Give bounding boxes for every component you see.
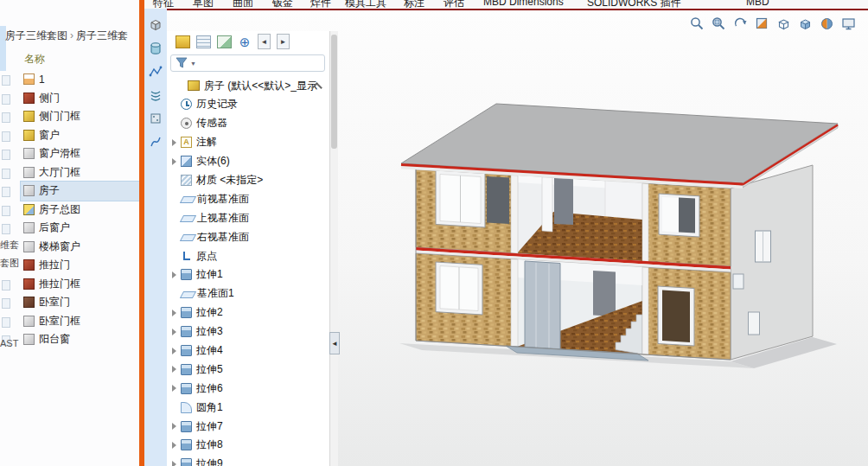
extrude-icon bbox=[181, 421, 192, 432]
file-name: 楼梯窗户 bbox=[39, 239, 80, 254]
list-item[interactable]: 大厅门框 bbox=[0, 163, 139, 182]
list-item[interactable]: 楼梯窗户 bbox=[0, 238, 139, 257]
orientation-cube-icon[interactable] bbox=[148, 17, 163, 33]
featuremanager-tab-icon[interactable] bbox=[176, 35, 190, 48]
list-item[interactable]: 卧室门框 bbox=[0, 312, 139, 331]
tab-mold-tools[interactable]: 模具工具 bbox=[345, 0, 386, 10]
overlay-icon bbox=[2, 150, 10, 160]
expand-arrow-icon[interactable] bbox=[172, 423, 176, 430]
tab-sketch[interactable]: 草图 bbox=[193, 0, 214, 10]
expand-arrow-icon[interactable] bbox=[172, 158, 176, 165]
tree-node[interactable]: 拉伸1 bbox=[167, 265, 329, 284]
expand-arrow-icon[interactable] bbox=[172, 348, 176, 354]
tree-node[interactable]: 上视基准面 bbox=[167, 208, 329, 227]
part-door-icon bbox=[23, 93, 35, 104]
file-name: 侧门 bbox=[39, 91, 60, 105]
name-column-header[interactable]: 名称 bbox=[24, 52, 45, 67]
tree-node[interactable]: 拉伸7 bbox=[167, 417, 329, 436]
tree-node-label: 前视基准面 bbox=[197, 192, 249, 207]
tree-node[interactable]: 前视基准面 bbox=[167, 189, 329, 208]
tree-node[interactable]: 历史记录 bbox=[167, 95, 329, 114]
expand-arrow-icon[interactable] bbox=[172, 442, 176, 449]
breadcrumb[interactable]: 房子三维套图›房子三维套 bbox=[5, 29, 128, 43]
file-name: 大厅门框 bbox=[39, 165, 80, 180]
expand-arrow-icon[interactable] bbox=[172, 329, 176, 335]
file-explorer-panel: 房子三维套图›房子三维套 名称 1 侧门 侧门门框 窗户 窗户滑框 大厅门框 房… bbox=[0, 0, 139, 466]
expand-arrow-icon[interactable] bbox=[172, 310, 176, 316]
filter-caret-icon[interactable]: ▼ bbox=[190, 61, 196, 67]
tab-solidworks-addins[interactable]: SOLIDWORKS 插件 bbox=[587, 0, 681, 10]
overlay-icon bbox=[2, 187, 10, 197]
scrollbar-thumb[interactable] bbox=[331, 35, 337, 149]
list-item[interactable]: 卧室门 bbox=[0, 293, 139, 312]
breadcrumb-segment[interactable]: 房子三维套图 bbox=[5, 29, 67, 41]
tab-scroll-right-button[interactable]: ► bbox=[277, 34, 290, 49]
tree-filter-box[interactable]: ▼ bbox=[170, 54, 325, 72]
material-icon bbox=[181, 175, 192, 186]
tree-scrollbar[interactable] bbox=[329, 31, 338, 466]
tree-node[interactable]: 基准面1 bbox=[167, 284, 329, 303]
tree-node-label: 拉伸3 bbox=[196, 324, 223, 339]
sensors-icon bbox=[181, 118, 192, 129]
list-item[interactable]: 侧门门框 bbox=[0, 107, 139, 126]
overlay-icon bbox=[2, 169, 10, 179]
list-item[interactable]: 窗户 bbox=[0, 126, 139, 145]
expand-arrow-icon[interactable] bbox=[172, 385, 176, 392]
expand-arrow-icon[interactable] bbox=[172, 461, 176, 466]
breadcrumb-segment[interactable]: 房子三维套 bbox=[76, 29, 128, 41]
tree-node[interactable]: A注解 bbox=[167, 133, 329, 152]
tab-sheet-metal[interactable]: 钣金 bbox=[272, 0, 293, 10]
tree-node-label: 拉伸4 bbox=[196, 343, 223, 358]
dimxpertmanager-tab-icon[interactable]: ⊕ bbox=[238, 35, 252, 48]
tree-node[interactable]: 圆角1 bbox=[167, 398, 329, 417]
list-item[interactable]: 窗户滑框 bbox=[0, 144, 139, 163]
clipped-folder-text: 套图 bbox=[0, 257, 19, 270]
house-3d-model[interactable] bbox=[338, 9, 868, 466]
list-item[interactable]: 房子总图 bbox=[0, 201, 139, 220]
helix-tool-icon[interactable] bbox=[148, 87, 163, 103]
tree-node[interactable]: 传感器 bbox=[167, 114, 329, 133]
list-item[interactable]: 后窗户 bbox=[0, 219, 139, 238]
tree-node-label: 拉伸1 bbox=[196, 267, 223, 282]
tree-node[interactable]: 拉伸5 bbox=[167, 360, 329, 379]
feature-manager-panel: ⊕ ◄ ► ▼ 房子 (默认<<默认>_显示 历史记录 传感器 A注解 实体(6… bbox=[167, 31, 329, 466]
tab-scroll-left-button[interactable]: ◄ bbox=[258, 34, 271, 49]
tree-node[interactable]: 拉伸4 bbox=[167, 342, 329, 361]
tree-node[interactable]: 材质 <未指定> bbox=[167, 171, 329, 190]
panel-collapse-handle[interactable]: ◄ bbox=[329, 332, 340, 354]
polyline-tool-icon[interactable] bbox=[148, 64, 163, 80]
configurationmanager-tab-icon[interactable] bbox=[217, 35, 232, 48]
tab-mbd-dimensions[interactable]: MBD Dimensions bbox=[483, 0, 564, 8]
box-tool-icon[interactable] bbox=[148, 111, 163, 126]
tab-mbd[interactable]: MBD bbox=[746, 0, 769, 8]
file-name: 房子总图 bbox=[39, 202, 80, 217]
cylinder-tool-icon[interactable] bbox=[148, 41, 163, 56]
tree-node[interactable]: 实体(6) bbox=[167, 152, 329, 171]
tab-weldments[interactable]: 焊件 bbox=[310, 0, 331, 10]
spline-tool-icon[interactable] bbox=[148, 134, 163, 150]
tree-node[interactable]: 原点 bbox=[167, 246, 329, 265]
tab-annotations[interactable]: 标注 bbox=[404, 0, 424, 10]
propertymanager-tab-icon[interactable] bbox=[196, 35, 211, 48]
tree-root-node[interactable]: 房子 (默认<<默认>_显示 bbox=[167, 76, 329, 95]
tree-node[interactable]: 拉伸3 bbox=[167, 322, 329, 342]
list-item[interactable]: 1 bbox=[0, 70, 139, 89]
list-item-selected[interactable]: 房子 bbox=[0, 182, 139, 201]
tree-node[interactable]: 拉伸6 bbox=[167, 379, 329, 398]
tree-node[interactable]: 拉伸9 bbox=[167, 455, 329, 466]
filter-funnel-icon bbox=[176, 57, 188, 69]
list-item[interactable]: 推拉门框 bbox=[0, 275, 139, 294]
extrude-icon bbox=[181, 345, 192, 356]
expand-arrow-icon[interactable] bbox=[172, 139, 176, 146]
expand-arrow-icon[interactable] bbox=[172, 366, 176, 373]
tree-node[interactable]: 右视基准面 bbox=[167, 227, 329, 246]
file-name: 阳台窗 bbox=[39, 332, 70, 347]
tab-surfaces[interactable]: 曲面 bbox=[233, 0, 253, 10]
list-item[interactable]: 推拉门 bbox=[0, 256, 139, 275]
tab-evaluate[interactable]: 评估 bbox=[444, 0, 464, 10]
tree-node[interactable]: 拉伸2 bbox=[167, 303, 329, 322]
expand-arrow-icon[interactable] bbox=[172, 271, 176, 278]
list-item[interactable]: 侧门 bbox=[0, 89, 139, 108]
list-item[interactable]: 阳台窗 bbox=[0, 330, 139, 349]
tree-node[interactable]: 拉伸8 bbox=[167, 436, 329, 455]
